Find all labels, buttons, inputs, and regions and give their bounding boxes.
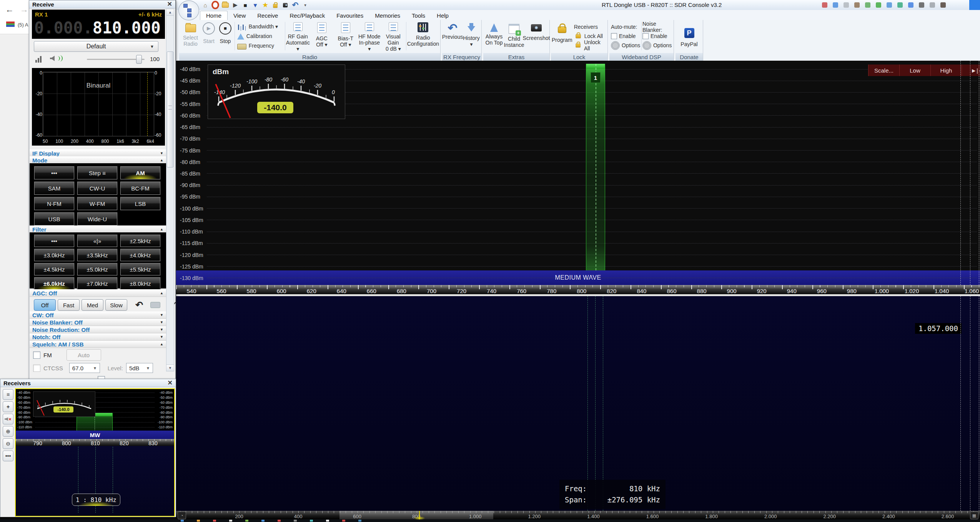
filter-button[interactable]: ±8.0kHz [120, 277, 160, 290]
filter-button[interactable]: ±4.0kHz [120, 249, 160, 261]
section-header[interactable]: Noise Reduction: Off ▼ [30, 326, 166, 333]
menu-tab[interactable]: Help [431, 11, 454, 20]
auto-button[interactable]: Auto [67, 349, 101, 361]
mode-button[interactable]: W-FM [77, 197, 117, 210]
level-select[interactable]: 5dB▼ [126, 363, 153, 373]
menu-tab[interactable]: Receive [251, 11, 284, 20]
navigator-zoom-icon[interactable]: ◔ [178, 512, 186, 519]
menu-tab[interactable]: Home [200, 11, 228, 20]
equalizer-icon[interactable] [35, 56, 44, 63]
add-receiver-icon[interactable]: + [3, 401, 13, 412]
menu-tab[interactable]: Rec/Playback [284, 11, 331, 20]
collapse-caret-icon[interactable]: ▼ [160, 328, 163, 331]
collapse-caret-icon[interactable]: ▲ [160, 227, 163, 231]
filter-button[interactable]: ±2.5kHz [120, 235, 160, 247]
automute-options-button[interactable]: Options [611, 41, 641, 50]
collapse-caret-icon[interactable]: ▲ [160, 291, 163, 295]
close-icon[interactable]: ✕ [168, 380, 173, 386]
ribbon-dropdown-button[interactable]: Bias-T Off ▾ [334, 20, 358, 52]
scale-button[interactable]: Scale... [868, 65, 899, 76]
filter-button[interactable]: ••• [34, 235, 74, 247]
section-header[interactable]: Noise Blanker: Off ▼ [30, 319, 166, 326]
mode-button[interactable]: ••• [34, 166, 74, 179]
home-icon[interactable]: ⌂ [201, 1, 209, 9]
ribbon-dropdown-button[interactable]: AGC Off ▾ [310, 20, 334, 52]
corner-button[interactable] [969, 0, 980, 10]
filter-button[interactable]: ±3.0kHz [34, 249, 74, 261]
noise-blanker-options-button[interactable]: Options [642, 41, 672, 50]
forward-arrow-icon[interactable]: → [20, 5, 28, 15]
agc-button[interactable]: Slow [105, 299, 127, 311]
section-header-if-display[interactable]: IF Display ▼ [30, 149, 166, 157]
automute-enable-checkbox[interactable]: Enable [611, 31, 641, 41]
mode-button[interactable]: N-FM [34, 197, 74, 210]
play-icon[interactable]: ▶ [231, 1, 239, 9]
main-spectrum-display[interactable]: MEDIUM WAVE -40 dBm -45 dBm -50 dBm [176, 61, 980, 285]
always-on-top-button[interactable]: Always On Top [484, 20, 504, 52]
favourite-star-icon[interactable]: ★ [261, 1, 269, 9]
section-header[interactable]: Squelch: AM / SSB ▲ [30, 341, 166, 348]
scrollbar-thumb[interactable] [167, 51, 173, 167]
menu-tab[interactable]: Favourites [331, 11, 369, 20]
lifering-icon[interactable] [211, 1, 219, 9]
agc-button[interactable]: Med [82, 299, 103, 311]
ribbon-dropdown-button[interactable]: Visual Gain 0 dB ▾ [381, 20, 405, 52]
bandwidth-button[interactable]: Bandwidth ▾ [236, 22, 284, 31]
scale-button[interactable]: Low [899, 65, 930, 76]
mode-button[interactable]: BC-FM [120, 182, 160, 195]
mode-button[interactable]: Wide-U [77, 212, 117, 225]
menu-tab[interactable]: Tools [406, 11, 431, 20]
program-lock-button[interactable]: Program [552, 20, 572, 52]
previous-button[interactable]: ↶ Previous [443, 20, 462, 52]
folder-icon[interactable] [221, 1, 229, 9]
mini-waterfall[interactable]: 1 : 810 kHz [16, 446, 174, 516]
mode-button[interactable]: USB [34, 212, 74, 225]
collapse-caret-icon[interactable]: ▼ [160, 151, 163, 155]
noise-blanker-enable-checkbox[interactable]: Enable [642, 31, 672, 41]
mini-frequency-ruler[interactable]: 790800810820830 [16, 439, 174, 446]
zoom-in-icon[interactable]: ⊕ [3, 426, 13, 437]
filter-button[interactable]: ±6.0kHz [34, 277, 74, 290]
monitor-icon[interactable] [150, 302, 160, 308]
frequency-display[interactable]: RX 1 +/- 6 kHz 0.000.810.000 [32, 10, 165, 39]
start-button[interactable]: ▶ Start [201, 20, 217, 52]
filter-button[interactable]: «|» [77, 235, 117, 247]
collapse-caret-icon[interactable]: ▼ [160, 335, 163, 339]
collapse-caret-icon[interactable]: ▲ [160, 158, 163, 162]
agc-button[interactable]: Off [34, 299, 56, 311]
filter-button[interactable]: ±5.0kHz [77, 263, 117, 275]
section-header-mode[interactable]: Mode ▲ [30, 156, 166, 164]
more-options-icon[interactable]: ••• [3, 451, 13, 461]
collapse-caret-icon[interactable]: ▼ [160, 320, 163, 324]
rx1-passband-marker[interactable]: 1 [586, 64, 605, 270]
background-tab-label[interactable]: (5) Ale [18, 22, 28, 28]
menu-tab[interactable]: View [228, 11, 251, 20]
filter-button[interactable]: ±5.5kHz [120, 263, 160, 275]
scroll-up-icon[interactable]: ▲ [166, 9, 174, 16]
section-header[interactable]: Notch: Off ▼ [30, 333, 166, 341]
unlock-all-button[interactable]: Unlock All [574, 41, 607, 50]
app-menu-orb[interactable] [178, 0, 199, 20]
screenshot-button[interactable]: Screenshot [524, 20, 549, 52]
mode-button[interactable]: Step ≡ [77, 166, 117, 179]
scale-button[interactable]: ►|◄ [962, 65, 980, 76]
mute-icon[interactable]: ✕ [3, 414, 13, 424]
ribbon-dropdown-button[interactable]: RF Gain Automatic ▾ [286, 20, 310, 52]
ribbon-dropdown-button[interactable]: HF Mode In-phase ▾ [358, 20, 381, 52]
mode-button[interactable]: SAM [34, 182, 74, 195]
frequency-button[interactable]: Frequency [236, 41, 284, 51]
section-header[interactable]: CW: Off ▼ [30, 312, 166, 319]
rx1-mini-display[interactable]: -40 dBm -40 dBm -50 dBm -50 dBm -60 dBm [15, 388, 175, 517]
menu-icon[interactable]: ≡ [3, 389, 13, 400]
collapse-caret-icon[interactable]: ▼ [160, 313, 163, 317]
waterfall-display[interactable]: 1.057.000 Freq:810 kHz Span:±276.095 kHz [176, 296, 980, 511]
undo-icon[interactable]: ↶ [135, 300, 143, 310]
paypal-button[interactable]: P PayPal [676, 20, 703, 53]
receive-panel-titlebar[interactable]: Receive ✕ [29, 0, 175, 8]
speaker-icon[interactable] [50, 56, 55, 61]
stop-icon[interactable]: ■ [241, 1, 249, 9]
filter-button[interactable]: ±7.0kHz [77, 277, 117, 290]
band-navigator[interactable]: 2004006008001.0001.2001.4001.6001.8002.0… [176, 511, 980, 519]
collapse-caret-icon[interactable]: ▲ [160, 342, 163, 346]
calibration-button[interactable]: Calibration [236, 31, 284, 41]
